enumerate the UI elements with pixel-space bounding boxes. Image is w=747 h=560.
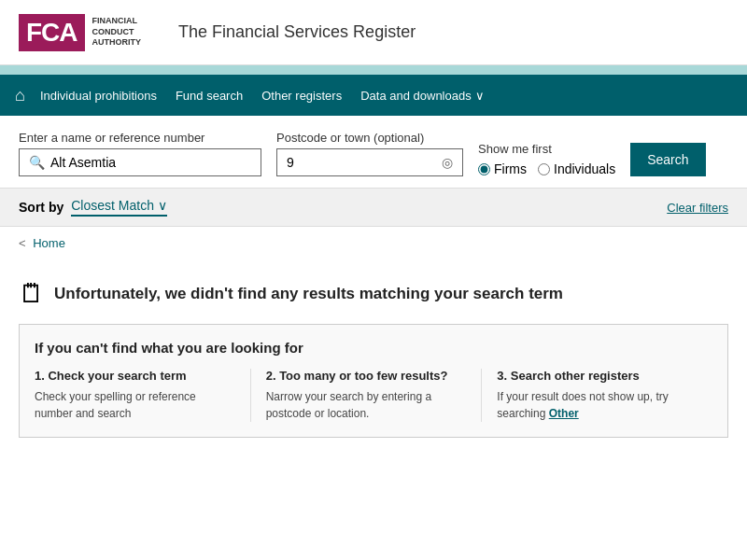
postcode-field: Postcode or town (optional) ◎ <box>276 131 463 176</box>
name-input-wrapper: 🔍 <box>19 148 261 176</box>
chevron-left-icon: < <box>19 236 26 250</box>
sort-dropdown[interactable]: Closest Match ∨ <box>71 198 167 217</box>
help-col-3-text: If your result does not show up, try sea… <box>497 388 698 422</box>
no-results-title: Unfortunately, we didn't find any result… <box>54 285 563 303</box>
search-icon: 🔍 <box>29 155 45 170</box>
nav-bar: ⌂ Individual prohibitions Fund search Ot… <box>0 75 747 116</box>
firms-radio[interactable] <box>478 163 490 175</box>
dropdown-chevron-icon: ∨ <box>475 89 485 103</box>
radio-group: Firms Individuals <box>478 161 615 176</box>
help-col-2-text: Narrow your search by entering a postcod… <box>266 388 467 422</box>
nav-item-fund-search[interactable]: Fund search <box>176 89 243 103</box>
help-col-2-title: 2. Too many or too few results? <box>266 369 467 383</box>
help-col-3-title: 3. Search other registers <box>497 369 698 383</box>
nav-item-individual-prohibitions[interactable]: Individual prohibitions <box>40 89 157 103</box>
show-me-first-label: Show me first <box>478 142 615 156</box>
name-label: Enter a name or reference number <box>19 131 261 145</box>
search-area: Enter a name or reference number 🔍 Postc… <box>0 116 747 189</box>
sort-left: Sort by Closest Match ∨ <box>19 198 167 217</box>
individuals-radio-label[interactable]: Individuals <box>538 161 615 176</box>
postcode-label: Postcode or town (optional) <box>276 131 463 145</box>
home-breadcrumb-link[interactable]: Home <box>33 236 65 250</box>
individuals-label: Individuals <box>554 161 615 176</box>
logo-subtitle: FINANCIALCONDUCTAUTHORITY <box>92 16 142 49</box>
logo-area: FCA FINANCIALCONDUCTAUTHORITY <box>19 14 141 51</box>
nav-item-data-downloads[interactable]: Data and downloads ∨ <box>360 89 485 103</box>
search-button[interactable]: Search <box>630 143 705 176</box>
sort-chevron-icon: ∨ <box>158 198 167 213</box>
breadcrumb: < Home <box>0 227 747 259</box>
help-col-3: 3. Search other registers If your result… <box>497 369 712 422</box>
sort-option-label: Closest Match <box>71 198 154 213</box>
postcode-input[interactable] <box>287 155 436 170</box>
firms-radio-label[interactable]: Firms <box>478 161 527 176</box>
no-results-area: 🗒 Unfortunately, we didn't find any resu… <box>0 259 747 447</box>
home-icon[interactable]: ⌂ <box>15 86 25 105</box>
location-icon: ◎ <box>442 155 453 170</box>
nav-item-other-registers[interactable]: Other registers <box>261 89 342 103</box>
help-col-1: 1. Check your search term Check your spe… <box>35 369 251 422</box>
firms-label: Firms <box>494 161 527 176</box>
help-columns: 1. Check your search term Check your spe… <box>35 369 712 422</box>
help-box-title: If you can't find what you are looking f… <box>35 340 712 356</box>
individuals-radio[interactable] <box>538 163 550 175</box>
site-title: The Financial Services Register <box>178 22 416 42</box>
header: FCA FINANCIALCONDUCTAUTHORITY The Financ… <box>0 0 747 75</box>
fca-logo: FCA <box>19 14 85 51</box>
postcode-input-wrapper: ◎ <box>276 148 463 176</box>
show-me-first: Show me first Firms Individuals <box>478 142 615 176</box>
name-field: Enter a name or reference number 🔍 <box>19 131 261 176</box>
sort-by-label: Sort by <box>19 200 63 215</box>
no-results-header: 🗒 Unfortunately, we didn't find any resu… <box>19 278 728 309</box>
help-col-1-title: 1. Check your search term <box>35 369 235 383</box>
no-results-icon: 🗒 <box>19 278 45 309</box>
teal-bar <box>0 65 747 75</box>
other-registers-link[interactable]: Other <box>549 407 579 420</box>
clear-filters-link[interactable]: Clear filters <box>667 201 728 215</box>
logo-letters: FCA <box>26 18 78 48</box>
name-input[interactable] <box>50 155 251 170</box>
sort-bar: Sort by Closest Match ∨ Clear filters <box>0 189 747 227</box>
help-box: If you can't find what you are looking f… <box>19 324 728 438</box>
help-col-1-text: Check your spelling or reference number … <box>35 388 235 422</box>
help-col-2: 2. Too many or too few results? Narrow y… <box>266 369 483 422</box>
